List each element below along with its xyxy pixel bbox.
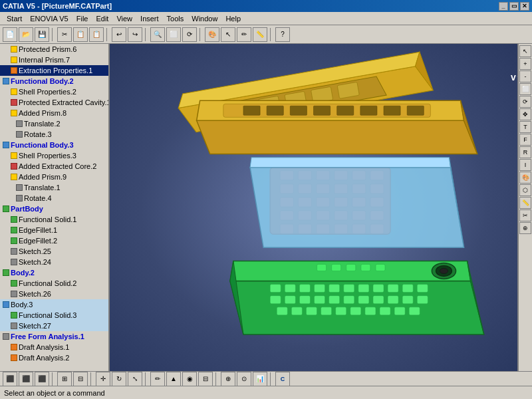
bt-fillet[interactable]: ◉ (182, 372, 197, 386)
tree-item-shell-properties-3[interactable]: Shell Properties.3 (0, 150, 108, 161)
tree-item-sketch-24[interactable]: Sketch.24 (0, 257, 108, 267)
rt-measure[interactable]: 📏 (519, 197, 531, 209)
bt-move[interactable]: ✛ (96, 372, 110, 386)
tree-item-added-prism-9[interactable]: Added Prism.9 (0, 172, 108, 182)
viewport-3d[interactable]: v↑z w↗x w x z XY (110, 44, 517, 371)
maximize-button[interactable]: ▭ (509, 2, 519, 11)
item-label: Body.3 (11, 301, 33, 309)
bt-assembly[interactable]: ⊕ (221, 372, 235, 386)
item-label: Body.2 (11, 269, 35, 277)
tb-save[interactable]: 💾 (35, 27, 49, 42)
svg-rect-18 (360, 106, 377, 115)
tb-new[interactable]: 📄 (3, 27, 17, 42)
tb-open[interactable]: 📂 (19, 27, 33, 42)
tb-redo[interactable]: ↪ (128, 27, 142, 42)
bt-catia-logo[interactable]: C (275, 372, 290, 386)
tree-item-shell-properties-2[interactable]: Shell Properties.2 (0, 86, 108, 97)
tb-fit[interactable]: ⬜ (166, 27, 181, 42)
item-label: Extraction Properties.1 (19, 66, 92, 74)
bt-2[interactable]: ⬛ (19, 372, 33, 386)
rt-axis[interactable]: ⊕ (519, 222, 531, 234)
menu-insert[interactable]: Insert (136, 13, 163, 24)
tree-item-draft-analysis-2[interactable]: Draft Analysis.2 (0, 352, 108, 363)
menu-enovia[interactable]: ENOVIA V5 (26, 13, 72, 24)
rt-view-front[interactable]: F (519, 134, 531, 146)
tree-item-protected-extracted-cavity-1[interactable]: Protected Extracted Cavity.1 (0, 97, 108, 108)
rt-view-iso[interactable]: I (519, 159, 531, 171)
bt-sketch2[interactable]: ✏ (150, 372, 165, 386)
rt-rotate[interactable]: ⟳ (519, 96, 531, 108)
rt-wire[interactable]: ⬡ (519, 184, 531, 196)
menu-start[interactable]: Start (3, 13, 26, 24)
menu-file[interactable]: File (72, 13, 92, 24)
rt-fit[interactable]: ⬜ (519, 83, 531, 95)
tree-item-rotate-3[interactable]: Rotate.3 (0, 129, 108, 140)
tb-measure[interactable]: 📏 (253, 27, 267, 42)
tb-help[interactable]: ? (275, 27, 290, 42)
bt-analysis[interactable]: 📊 (253, 372, 267, 386)
tree-item-edgefillet-2[interactable]: EdgeFillet.2 (0, 235, 108, 246)
tree-item-partbody[interactable]: PartBody (0, 203, 108, 214)
tree-item-sketch-27[interactable]: Sketch.27 (0, 321, 108, 331)
menu-view[interactable]: View (112, 13, 136, 24)
tb-zoom[interactable]: 🔍 (150, 27, 165, 42)
tree-item-added-extracted-core-2[interactable]: Added Extracted Core.2 (0, 161, 108, 172)
tree-item-functional-body-2[interactable]: Functional Body.2 (0, 76, 108, 86)
tree-item-functional-body-3[interactable]: Functional Body.3 (0, 140, 108, 150)
tb-separator-3 (145, 28, 148, 41)
tree-item-body-2[interactable]: Body.2 (0, 267, 108, 278)
tree-item-draft-analysis-1[interactable]: Draft Analysis.1 (0, 342, 108, 352)
rt-view-right[interactable]: R (519, 146, 531, 158)
item-icon (11, 99, 17, 106)
tree-item-sketch-25[interactable]: Sketch.25 (0, 246, 108, 257)
bt-extrude[interactable]: ▲ (166, 372, 181, 386)
tb-undo[interactable]: ↩ (112, 27, 126, 42)
rt-zoom-out[interactable]: - (519, 70, 531, 82)
menu-tools[interactable]: Tools (163, 13, 188, 24)
tree-item-functional-solid-2[interactable]: Functional Solid.2 (0, 278, 108, 289)
tree-item-body-3[interactable]: Body.3 (0, 299, 108, 310)
bt-3[interactable]: ⬛ (35, 372, 49, 386)
rt-zoom-in[interactable]: + (519, 58, 531, 70)
item-icon (11, 46, 17, 53)
rt-pan[interactable]: ✥ (519, 108, 531, 120)
tree-item-rotate-4[interactable]: Rotate.4 (0, 193, 108, 203)
bt-mirror[interactable]: ⊟ (198, 372, 213, 386)
menu-edit[interactable]: Edit (92, 13, 112, 24)
tb-select[interactable]: ↖ (221, 27, 235, 42)
tb-rotate[interactable]: ⟳ (182, 27, 197, 42)
tree-item-protected-prism-6[interactable]: Protected Prism.6 (0, 44, 108, 55)
tb-paste[interactable]: 📋 (89, 27, 104, 42)
svg-marker-52 (250, 168, 464, 248)
rt-render[interactable]: 🎨 (519, 172, 531, 184)
svg-rect-74 (417, 285, 428, 293)
main-toolbar: 📄 📂 💾 ✂ 📋 📋 ↩ ↪ 🔍 ⬜ ⟳ 🎨 ↖ ✏ 📏 ? (0, 25, 532, 44)
tree-item-extraction-properties-1[interactable]: Extraction Properties.1 (0, 65, 108, 76)
menu-help[interactable]: Help (221, 13, 245, 24)
tree-item-translate-1[interactable]: Translate.1 (0, 182, 108, 193)
tree-item-functional-solid-1[interactable]: Functional Solid.1 (0, 214, 108, 225)
tree-item-added-prism-8[interactable]: Added Prism.8 (0, 108, 108, 118)
tree-item-edgefillet-1[interactable]: EdgeFillet.1 (0, 225, 108, 235)
bt-snap[interactable]: ⊞ (57, 372, 72, 386)
tb-copy[interactable]: 📋 (73, 27, 88, 42)
minimize-button[interactable]: _ (499, 2, 508, 11)
bt-1[interactable]: ⬛ (3, 372, 17, 386)
rt-select[interactable]: ↖ (519, 45, 531, 57)
rt-section[interactable]: ✂ (519, 209, 531, 221)
close-button[interactable]: ✕ (520, 2, 529, 11)
bt-scale[interactable]: ⤡ (128, 372, 142, 386)
menu-window[interactable]: Window (188, 13, 221, 24)
tree-item-translate-2[interactable]: Translate.2 (0, 118, 108, 129)
bt-constraint[interactable]: ⊙ (237, 372, 251, 386)
rt-view-top[interactable]: T (519, 121, 531, 133)
tree-item-sketch-26[interactable]: Sketch.26 (0, 289, 108, 299)
tb-sketch[interactable]: ✏ (237, 27, 251, 42)
bt-rotate2[interactable]: ↻ (112, 372, 126, 386)
tree-item-internal-prism-7[interactable]: Internal Prism.7 (0, 55, 108, 65)
bt-grid[interactable]: ⊟ (73, 372, 88, 386)
tree-item-free-form-analysis-1[interactable]: Free Form Analysis.1 (0, 331, 108, 342)
tb-cut[interactable]: ✂ (57, 27, 72, 42)
tree-item-functional-solid-3[interactable]: Functional Solid.3 (0, 310, 108, 321)
tb-render[interactable]: 🎨 (205, 27, 219, 42)
